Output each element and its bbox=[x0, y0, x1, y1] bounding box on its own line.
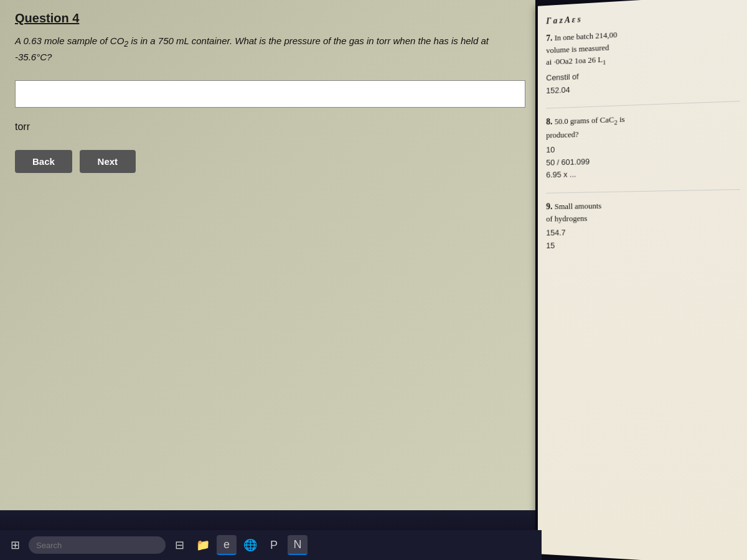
paper-divider-2 bbox=[546, 189, 740, 194]
paper-item-7-handwritten: Censtil of 152.04 bbox=[546, 63, 740, 98]
next-button[interactable]: Next bbox=[80, 150, 136, 173]
quiz-area: Question 4 A 0.63 mole sample of CO2 is … bbox=[0, 0, 542, 510]
paper-item-9-text: Small amounts of hydrogens bbox=[546, 201, 601, 223]
paper-item-9: 9. Small amounts of hydrogens 154.7 15 bbox=[546, 197, 740, 252]
paper-content: Γ a z A ε s 7. In one batch 214,00 volum… bbox=[538, 0, 747, 274]
paper-item-8-number: 8. bbox=[546, 117, 554, 126]
chrome-icon[interactable]: 🌐 bbox=[240, 535, 260, 555]
task-view-icon[interactable]: ⊟ bbox=[169, 535, 189, 555]
paper-item-8-handwritten: 10 50 / 601.099 6.95 x ... bbox=[546, 138, 740, 182]
file-explorer-icon[interactable]: 📁 bbox=[193, 535, 213, 555]
paper-item-7-text: In one batch 214,00 volume is measured a… bbox=[546, 30, 617, 67]
paper-item-9-handwritten: 154.7 15 bbox=[546, 225, 740, 252]
button-row: Back Next bbox=[0, 150, 542, 173]
taskbar-search[interactable] bbox=[29, 536, 166, 554]
taskbar: ⊞ ⊟ 📁 e 🌐 P N bbox=[0, 530, 542, 560]
paper-divider-1 bbox=[546, 101, 740, 109]
paper-item-9-number: 9. bbox=[546, 202, 554, 211]
back-button[interactable]: Back bbox=[15, 150, 72, 173]
quiz-header: Question 4 A 0.63 mole sample of CO2 is … bbox=[0, 0, 542, 80]
question-text: A 0.63 mole sample of CO2 is in a 750 mL… bbox=[15, 34, 527, 64]
answer-input[interactable] bbox=[15, 80, 525, 108]
paper-item-7-number: 7. bbox=[546, 33, 554, 42]
paper-item-8: 8. 50.0 grams of CaC2 is produced? 10 50… bbox=[546, 110, 740, 182]
unit-label: torr bbox=[0, 119, 542, 145]
question-number: Question 4 bbox=[15, 11, 527, 26]
notepad-icon[interactable]: N bbox=[288, 535, 308, 555]
paper-item-7: 7. In one batch 214,00 volume is measure… bbox=[546, 22, 740, 98]
paper-item-8-text: 50.0 grams of CaC2 is produced? bbox=[546, 114, 624, 140]
powerpoint-icon[interactable]: P bbox=[264, 535, 284, 555]
start-icon[interactable]: ⊞ bbox=[5, 535, 25, 555]
paper-overlay: Γ a z A ε s 7. In one batch 214,00 volum… bbox=[538, 0, 747, 560]
edge-icon[interactable]: e bbox=[217, 535, 237, 555]
